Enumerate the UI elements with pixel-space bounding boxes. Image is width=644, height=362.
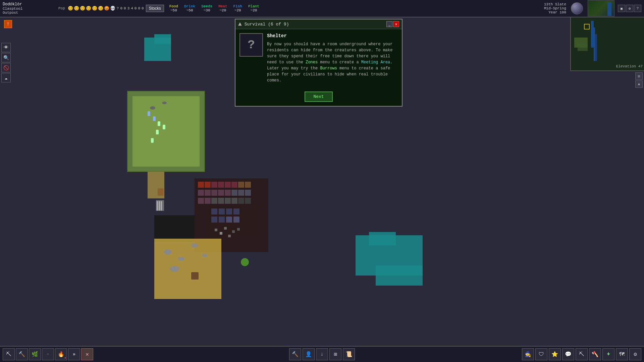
meat-label: Meat [218,4,227,8]
svg-rect-27 [211,190,217,196]
fish-resource: Fish ~20 [233,4,242,12]
military-btn[interactable]: 🛡 [535,348,547,360]
top-icon-1[interactable]: ▣ [618,5,625,12]
plant-button[interactable]: 🌿 [29,348,41,360]
svg-rect-18 [205,182,211,188]
center-bottom-tools: 🔨 👤 ↓ ⊞ 📜 [289,348,355,360]
prefs-btn[interactable]: ⚙ [629,348,641,360]
svg-rect-30 [231,190,237,196]
fort-name: Dodóklòr [3,2,56,7]
svg-rect-61 [232,230,235,233]
dwarf-manager-btn[interactable]: 🧙 [522,348,534,360]
dialog-icon-box: ? [239,33,263,57]
svg-point-63 [241,258,249,266]
svg-rect-22 [231,182,237,188]
dialog-minimize-btn[interactable]: _ [386,21,392,27]
svg-rect-5 [132,96,200,167]
announcements-btn[interactable]: 💬 [562,348,574,360]
meat-value: ~20 [219,8,226,12]
fish-value: ~20 [234,8,241,12]
icon-btn-2[interactable]: 🔍 [1,53,11,62]
plant-value: ~20 [251,8,257,12]
stocks-button[interactable]: Stocks [146,5,164,12]
dialog-up-arrow: ▲ [238,21,242,27]
icon-btn-ban[interactable]: 🚫 [1,63,11,72]
alert-icon[interactable]: ! [4,20,12,28]
top-icon-2[interactable]: ⚙ [626,5,633,12]
top-icon-3[interactable]: ? [634,5,641,12]
tutorial-dialog: ▲ Survival (6 of 9) _ ✕ ? Shelter By now… [235,19,402,107]
dialog-text: By now you should have a room undergroun… [267,41,398,83]
pop-n3: 4 [131,6,133,10]
pop-value: ? [117,6,119,10]
svg-rect-54 [219,217,225,223]
minimap[interactable]: Elevation 47 [570,17,644,71]
floor-button[interactable]: ▫ [42,348,54,360]
right-icon-grid[interactable]: ⊞ [635,72,643,80]
svg-rect-29 [225,190,231,196]
seeds-label: Seeds [201,4,212,8]
zones-highlight: Zones [306,60,318,65]
pop-n1: 0 [124,6,126,10]
svg-rect-20 [218,182,224,188]
svg-rect-49 [211,208,217,215]
svg-rect-52 [233,208,239,215]
svg-rect-60 [228,235,231,237]
svg-rect-9 [163,125,165,129]
build-button[interactable]: 🔨 [16,348,28,360]
date-slate: 13th Slate [544,2,566,6]
zones-bottom-button[interactable]: ⊞ [329,348,341,360]
icon-btn-4[interactable]: ☁ [1,73,11,82]
top-minimap[interactable] [588,0,614,16]
svg-rect-34 [205,198,211,204]
svg-rect-17 [198,182,204,188]
world-btn[interactable]: 🗺 [616,348,628,360]
dialog-title-text: Survival (6 of 9) [245,22,289,27]
dialog-close-btn[interactable]: ✕ [393,21,399,27]
units-button[interactable]: 👤 [303,348,315,360]
next-button[interactable]: Next [305,92,332,102]
pop-label: Pop [58,6,65,10]
burrows-highlight: Burrows [320,66,337,71]
dialog-section-title: Shelter [267,33,398,39]
svg-rect-33 [198,198,204,204]
svg-rect-21 [225,182,231,188]
z-down-button[interactable]: ↓ [316,348,328,360]
objects-btn[interactable]: 🪓 [589,348,601,360]
svg-rect-7 [153,116,156,121]
left-sidebar-icons: ! 👁 🔍 🚫 ☁ [0,19,12,84]
svg-rect-31 [238,190,244,196]
svg-rect-39 [238,198,244,204]
svg-rect-59 [224,227,227,230]
svg-rect-62 [237,228,240,231]
elevation-text: Elevation 47 [616,64,643,68]
svg-rect-41 [154,215,195,242]
svg-rect-23 [238,182,244,188]
resource-section: Food ~50 Drink ~50 Seeds ~30 Meat ~20 Fi… [169,4,259,12]
question-mark-icon: ? [248,38,255,52]
pop-n6: 0 [142,6,144,10]
pop-n4: 0 [135,6,137,10]
minimap-inner: Elevation 47 [571,17,644,70]
top-right-icons: ▣ ⚙ ? [618,5,641,12]
labor-btn[interactable]: ⛏ [576,348,588,360]
svg-rect-51 [226,208,232,215]
dialog-next-row: Next [235,87,402,106]
right-icon-mountain[interactable]: ▲ [635,80,643,88]
more-button[interactable]: » [68,348,80,360]
add-btn[interactable]: + [602,348,614,360]
erase-button[interactable]: ✕ [81,348,93,360]
fort-info: Dodóklòr Clasptool Outpost [3,2,56,15]
date-year: Year 100 [544,10,566,14]
fire-button[interactable]: 🔥 ● [55,348,67,360]
icon-btn-1[interactable]: 👁 [1,43,11,52]
left-bottom-tools: ⛏ 🔨 🌿 ▫ 🔥 ● » ✕ [3,348,93,360]
dig-button[interactable]: ⛏ [3,348,15,360]
dialog-title-group: ▲ Survival (6 of 9) [238,21,289,27]
bottom-bar: ⛏ 🔨 🌿 ▫ 🔥 ● » ✕ 🔨 👤 ↓ ⊞ 📜 🧙 🛡 ⭐ 💬 ⛏ 🪓 + … [0,346,644,362]
fire-badge: ● [64,356,66,359]
nobles-btn[interactable]: ⭐ [549,348,561,360]
reports-button[interactable]: 📜 [343,348,355,360]
orders-button[interactable]: 🔨 [289,348,301,360]
drink-label: Drink [184,4,195,8]
